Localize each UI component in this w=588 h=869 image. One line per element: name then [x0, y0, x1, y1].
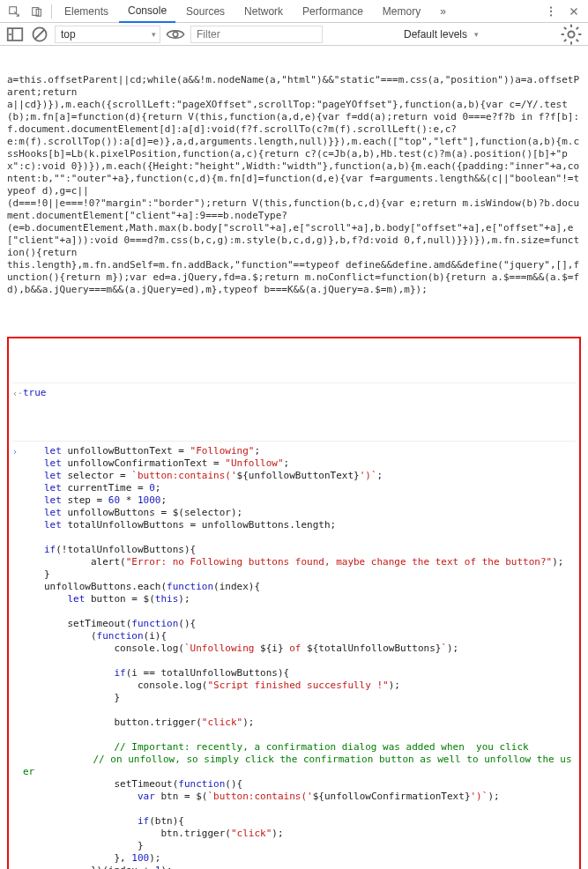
- svg-line-9: [35, 29, 45, 39]
- live-expression-icon[interactable]: [166, 25, 185, 44]
- svg-point-3: [550, 6, 552, 8]
- tab-elements[interactable]: Elements: [56, 0, 117, 23]
- tab-performance[interactable]: Performance: [294, 0, 372, 23]
- settings-gear-icon[interactable]: [560, 23, 583, 46]
- kebab-menu-icon[interactable]: [540, 0, 562, 23]
- svg-point-4: [550, 10, 552, 11]
- input-marker-icon: ›: [12, 445, 23, 458]
- filter-input[interactable]: [190, 26, 323, 43]
- sidebar-toggle-icon[interactable]: [5, 25, 25, 44]
- svg-point-11: [568, 31, 574, 37]
- context-label: top: [61, 28, 76, 41]
- tab-console[interactable]: Console: [119, 0, 175, 23]
- result-value: true: [23, 387, 47, 398]
- code-input[interactable]: let unfollowButtonText = "Following"; le…: [23, 445, 576, 869]
- tab-more[interactable]: »: [431, 0, 455, 23]
- execution-context-select[interactable]: top: [55, 26, 160, 43]
- console-output: a=this.offsetParent||cd;while(a&&!m.node…: [0, 46, 588, 869]
- console-subbar: top Default levels: [0, 23, 588, 46]
- log-levels-select[interactable]: Default levels: [404, 28, 479, 41]
- highlighted-region: ‹· true › let unfollowButtonText = "Foll…: [7, 337, 581, 869]
- inspect-icon[interactable]: [4, 0, 25, 23]
- device-toggle-icon[interactable]: [26, 0, 48, 23]
- tab-memory[interactable]: Memory: [374, 0, 429, 23]
- close-icon[interactable]: [563, 0, 584, 23]
- console-input-row[interactable]: › let unfollowButtonText = "Following"; …: [12, 441, 576, 869]
- svg-point-10: [173, 32, 178, 37]
- divider: [51, 4, 52, 19]
- tab-sources[interactable]: Sources: [177, 0, 234, 23]
- devtools-tab-bar: Elements Console Sources Network Perform…: [0, 0, 588, 23]
- clear-console-icon[interactable]: [30, 25, 49, 44]
- tab-network[interactable]: Network: [235, 0, 292, 23]
- levels-label: Default levels: [404, 28, 467, 41]
- console-result-row: ‹· true: [12, 383, 576, 400]
- svg-point-5: [550, 14, 552, 16]
- result-marker-icon: ‹·: [12, 387, 23, 400]
- minified-js-output: a=this.offsetParent||cd;while(a&&!m.node…: [7, 74, 581, 296]
